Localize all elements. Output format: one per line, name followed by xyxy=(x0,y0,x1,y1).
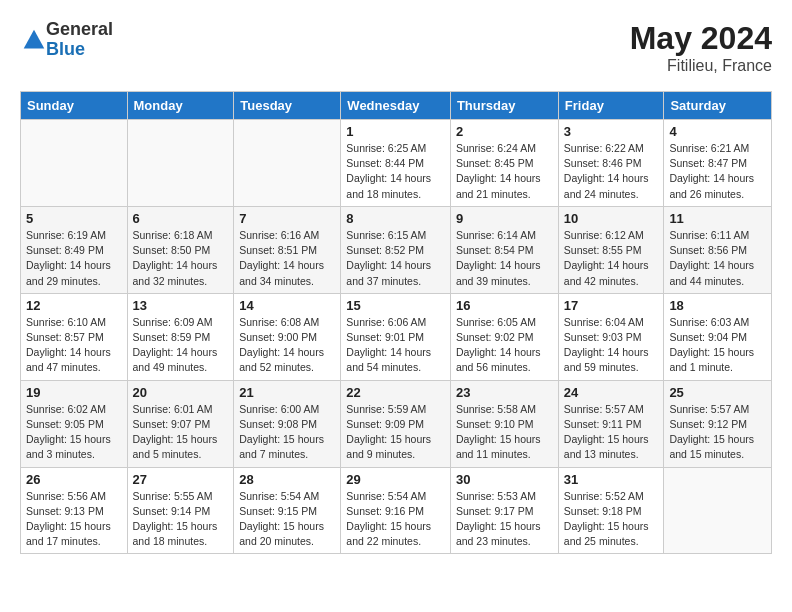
day-info: Sunrise: 5:55 AM Sunset: 9:14 PM Dayligh… xyxy=(133,489,229,550)
day-number: 10 xyxy=(564,211,659,226)
day-cell: 31Sunrise: 5:52 AM Sunset: 9:18 PM Dayli… xyxy=(558,467,664,554)
day-number: 26 xyxy=(26,472,122,487)
day-number: 12 xyxy=(26,298,122,313)
calendar-table: SundayMondayTuesdayWednesdayThursdayFrid… xyxy=(20,91,772,554)
day-info: Sunrise: 6:21 AM Sunset: 8:47 PM Dayligh… xyxy=(669,141,766,202)
day-cell: 9Sunrise: 6:14 AM Sunset: 8:54 PM Daylig… xyxy=(450,206,558,293)
day-cell xyxy=(234,120,341,207)
day-cell: 23Sunrise: 5:58 AM Sunset: 9:10 PM Dayli… xyxy=(450,380,558,467)
day-cell: 7Sunrise: 6:16 AM Sunset: 8:51 PM Daylig… xyxy=(234,206,341,293)
day-info: Sunrise: 6:00 AM Sunset: 9:08 PM Dayligh… xyxy=(239,402,335,463)
day-info: Sunrise: 6:19 AM Sunset: 8:49 PM Dayligh… xyxy=(26,228,122,289)
day-cell: 3Sunrise: 6:22 AM Sunset: 8:46 PM Daylig… xyxy=(558,120,664,207)
day-number: 29 xyxy=(346,472,445,487)
day-cell: 27Sunrise: 5:55 AM Sunset: 9:14 PM Dayli… xyxy=(127,467,234,554)
day-cell: 8Sunrise: 6:15 AM Sunset: 8:52 PM Daylig… xyxy=(341,206,451,293)
day-info: Sunrise: 5:58 AM Sunset: 9:10 PM Dayligh… xyxy=(456,402,553,463)
day-info: Sunrise: 5:54 AM Sunset: 9:15 PM Dayligh… xyxy=(239,489,335,550)
day-info: Sunrise: 6:03 AM Sunset: 9:04 PM Dayligh… xyxy=(669,315,766,376)
day-number: 19 xyxy=(26,385,122,400)
day-info: Sunrise: 6:04 AM Sunset: 9:03 PM Dayligh… xyxy=(564,315,659,376)
day-number: 7 xyxy=(239,211,335,226)
day-number: 22 xyxy=(346,385,445,400)
day-number: 1 xyxy=(346,124,445,139)
day-info: Sunrise: 6:06 AM Sunset: 9:01 PM Dayligh… xyxy=(346,315,445,376)
day-number: 20 xyxy=(133,385,229,400)
calendar-body: 1Sunrise: 6:25 AM Sunset: 8:44 PM Daylig… xyxy=(21,120,772,554)
logo-blue: Blue xyxy=(46,40,113,60)
day-cell: 14Sunrise: 6:08 AM Sunset: 9:00 PM Dayli… xyxy=(234,293,341,380)
week-row-3: 12Sunrise: 6:10 AM Sunset: 8:57 PM Dayli… xyxy=(21,293,772,380)
day-cell: 28Sunrise: 5:54 AM Sunset: 9:15 PM Dayli… xyxy=(234,467,341,554)
day-info: Sunrise: 6:14 AM Sunset: 8:54 PM Dayligh… xyxy=(456,228,553,289)
day-number: 14 xyxy=(239,298,335,313)
day-info: Sunrise: 6:02 AM Sunset: 9:05 PM Dayligh… xyxy=(26,402,122,463)
day-cell: 13Sunrise: 6:09 AM Sunset: 8:59 PM Dayli… xyxy=(127,293,234,380)
day-number: 31 xyxy=(564,472,659,487)
day-cell: 30Sunrise: 5:53 AM Sunset: 9:17 PM Dayli… xyxy=(450,467,558,554)
day-cell: 6Sunrise: 6:18 AM Sunset: 8:50 PM Daylig… xyxy=(127,206,234,293)
day-info: Sunrise: 6:11 AM Sunset: 8:56 PM Dayligh… xyxy=(669,228,766,289)
day-cell: 22Sunrise: 5:59 AM Sunset: 9:09 PM Dayli… xyxy=(341,380,451,467)
day-cell: 25Sunrise: 5:57 AM Sunset: 9:12 PM Dayli… xyxy=(664,380,772,467)
day-number: 13 xyxy=(133,298,229,313)
calendar-header: SundayMondayTuesdayWednesdayThursdayFrid… xyxy=(21,92,772,120)
day-cell: 1Sunrise: 6:25 AM Sunset: 8:44 PM Daylig… xyxy=(341,120,451,207)
day-info: Sunrise: 5:56 AM Sunset: 9:13 PM Dayligh… xyxy=(26,489,122,550)
title-block: May 2024 Fitilieu, France xyxy=(630,20,772,75)
day-cell: 26Sunrise: 5:56 AM Sunset: 9:13 PM Dayli… xyxy=(21,467,128,554)
day-info: Sunrise: 5:57 AM Sunset: 9:12 PM Dayligh… xyxy=(669,402,766,463)
header-row: SundayMondayTuesdayWednesdayThursdayFrid… xyxy=(21,92,772,120)
day-cell: 12Sunrise: 6:10 AM Sunset: 8:57 PM Dayli… xyxy=(21,293,128,380)
day-number: 8 xyxy=(346,211,445,226)
header-tuesday: Tuesday xyxy=(234,92,341,120)
day-info: Sunrise: 6:12 AM Sunset: 8:55 PM Dayligh… xyxy=(564,228,659,289)
header-thursday: Thursday xyxy=(450,92,558,120)
header-sunday: Sunday xyxy=(21,92,128,120)
day-info: Sunrise: 5:59 AM Sunset: 9:09 PM Dayligh… xyxy=(346,402,445,463)
month-year: May 2024 xyxy=(630,20,772,57)
day-cell: 17Sunrise: 6:04 AM Sunset: 9:03 PM Dayli… xyxy=(558,293,664,380)
day-number: 28 xyxy=(239,472,335,487)
day-cell xyxy=(21,120,128,207)
day-number: 9 xyxy=(456,211,553,226)
day-info: Sunrise: 6:24 AM Sunset: 8:45 PM Dayligh… xyxy=(456,141,553,202)
day-number: 4 xyxy=(669,124,766,139)
day-cell: 15Sunrise: 6:06 AM Sunset: 9:01 PM Dayli… xyxy=(341,293,451,380)
day-number: 18 xyxy=(669,298,766,313)
day-number: 27 xyxy=(133,472,229,487)
day-number: 2 xyxy=(456,124,553,139)
week-row-4: 19Sunrise: 6:02 AM Sunset: 9:05 PM Dayli… xyxy=(21,380,772,467)
day-number: 16 xyxy=(456,298,553,313)
day-info: Sunrise: 6:08 AM Sunset: 9:00 PM Dayligh… xyxy=(239,315,335,376)
logo-icon xyxy=(22,28,46,52)
logo-text: General Blue xyxy=(46,20,113,60)
logo: General Blue xyxy=(20,20,113,60)
page-header: General Blue May 2024 Fitilieu, France xyxy=(20,20,772,75)
day-cell: 2Sunrise: 6:24 AM Sunset: 8:45 PM Daylig… xyxy=(450,120,558,207)
day-info: Sunrise: 5:57 AM Sunset: 9:11 PM Dayligh… xyxy=(564,402,659,463)
day-cell xyxy=(127,120,234,207)
day-cell: 10Sunrise: 6:12 AM Sunset: 8:55 PM Dayli… xyxy=(558,206,664,293)
day-cell: 16Sunrise: 6:05 AM Sunset: 9:02 PM Dayli… xyxy=(450,293,558,380)
day-info: Sunrise: 6:05 AM Sunset: 9:02 PM Dayligh… xyxy=(456,315,553,376)
day-cell: 4Sunrise: 6:21 AM Sunset: 8:47 PM Daylig… xyxy=(664,120,772,207)
header-monday: Monday xyxy=(127,92,234,120)
logo-general: General xyxy=(46,20,113,40)
day-cell: 19Sunrise: 6:02 AM Sunset: 9:05 PM Dayli… xyxy=(21,380,128,467)
day-number: 15 xyxy=(346,298,445,313)
header-friday: Friday xyxy=(558,92,664,120)
day-number: 21 xyxy=(239,385,335,400)
week-row-1: 1Sunrise: 6:25 AM Sunset: 8:44 PM Daylig… xyxy=(21,120,772,207)
day-number: 11 xyxy=(669,211,766,226)
day-cell xyxy=(664,467,772,554)
day-cell: 29Sunrise: 5:54 AM Sunset: 9:16 PM Dayli… xyxy=(341,467,451,554)
day-info: Sunrise: 5:54 AM Sunset: 9:16 PM Dayligh… xyxy=(346,489,445,550)
day-info: Sunrise: 6:22 AM Sunset: 8:46 PM Dayligh… xyxy=(564,141,659,202)
location: Fitilieu, France xyxy=(630,57,772,75)
week-row-5: 26Sunrise: 5:56 AM Sunset: 9:13 PM Dayli… xyxy=(21,467,772,554)
day-info: Sunrise: 6:15 AM Sunset: 8:52 PM Dayligh… xyxy=(346,228,445,289)
day-number: 25 xyxy=(669,385,766,400)
day-info: Sunrise: 5:52 AM Sunset: 9:18 PM Dayligh… xyxy=(564,489,659,550)
header-wednesday: Wednesday xyxy=(341,92,451,120)
